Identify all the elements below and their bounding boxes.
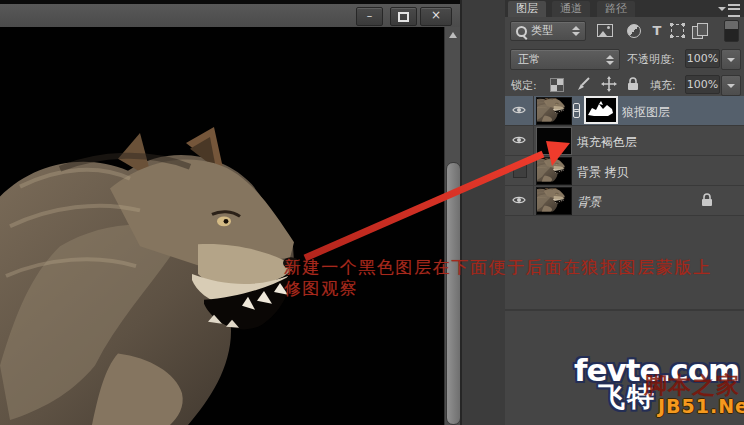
layers-list: 狼抠图层 填充褐色层 背景 拷贝 背景 [505,96,744,216]
filter-type-label: 类型 [531,24,553,37]
maximize-button[interactable] [390,7,417,26]
layer-row-black-fill[interactable]: 填充褐色层 [505,126,744,156]
document-titlebar[interactable]: – × [0,4,460,28]
search-icon [516,26,527,37]
layer-thumbnail[interactable] [536,187,572,215]
eye-icon [512,135,526,145]
layer-thumbnail[interactable] [536,157,572,185]
dropdown-stepper-icon [572,26,580,36]
layer-filter-row: 类型 T [505,19,744,44]
blend-mode-row: 正常 不透明度: 100% [505,48,744,70]
maximize-icon [398,12,409,22]
mask-link-icon[interactable] [573,103,580,118]
layer-row-wolf-cutout[interactable]: 狼抠图层 [505,96,744,126]
minimize-button[interactable]: – [356,7,383,26]
layer-thumbnail[interactable] [536,127,572,155]
lock-label: 锁定: [511,78,537,93]
layer-name[interactable]: 背景 [577,194,601,211]
pixel-layer-filter-icon[interactable] [595,22,615,39]
panel-menu-icon[interactable] [718,2,740,15]
panel-tab-bar: 图层 通道 路径 [505,0,744,17]
lock-row: 锁定: 填充: 100% [505,74,744,97]
layer-thumbnail[interactable] [536,97,572,125]
layer-mask-thumbnail[interactable] [584,96,618,124]
visibility-cell[interactable] [505,156,534,185]
layer-row-background-copy[interactable]: 背景 拷贝 [505,156,744,186]
visibility-cell[interactable] [505,126,534,155]
layer-row-background[interactable]: 背景 [505,186,744,216]
lock-image-pixels-icon[interactable] [575,76,593,92]
visibility-cell[interactable] [505,96,534,125]
lock-transparent-pixels-icon[interactable] [548,76,566,92]
layers-list-divider [505,309,744,311]
background-lock-icon [701,193,713,207]
type-layer-filter-icon[interactable]: T [647,22,667,39]
smart-object-filter-icon[interactable] [690,22,710,39]
wolf-photo [0,127,300,425]
scrollbar-up-arrow[interactable] [445,27,461,43]
vertical-scrollbar[interactable] [444,27,461,425]
visibility-cell[interactable] [505,186,534,215]
window-edge-divider [460,0,462,425]
opacity-dropdown-button[interactable] [721,49,741,70]
lock-all-icon[interactable] [627,76,645,92]
filter-type-dropdown[interactable]: 类型 [510,21,586,41]
layer-name[interactable]: 狼抠图层 [622,104,670,121]
filter-toggle-switch[interactable] [724,20,739,42]
document-canvas[interactable] [0,27,444,425]
fill-dropdown-button[interactable] [721,75,741,96]
layer-name[interactable]: 背景 拷贝 [577,164,629,181]
fill-value-field[interactable]: 100% [685,75,720,94]
shape-layer-filter-icon[interactable] [668,22,688,39]
document-window: – × [0,0,460,425]
adjustment-layer-filter-icon[interactable] [624,22,644,39]
hidden-visibility-checkbox[interactable] [513,164,527,178]
scrollbar-thumb[interactable] [446,162,461,425]
dropdown-stepper-icon [606,55,614,65]
close-button[interactable]: × [420,7,452,26]
eye-icon [512,105,526,115]
opacity-value-field[interactable]: 100% [685,49,720,68]
layers-panel: 图层 通道 路径 类型 T 正常 不透明度: 100% 锁定: 填充: 100 [505,0,744,425]
eye-icon [512,195,526,205]
opacity-label: 不透明度: [627,52,675,67]
lock-position-icon[interactable] [601,76,619,92]
blend-mode-value: 正常 [518,53,540,66]
tab-paths[interactable]: 路径 [597,1,635,17]
blend-mode-dropdown[interactable]: 正常 [510,49,620,70]
fill-label: 填充: [650,78,676,93]
tab-layers[interactable]: 图层 [508,1,546,17]
tab-channels[interactable]: 通道 [552,1,590,17]
layer-name[interactable]: 填充褐色层 [577,134,637,151]
